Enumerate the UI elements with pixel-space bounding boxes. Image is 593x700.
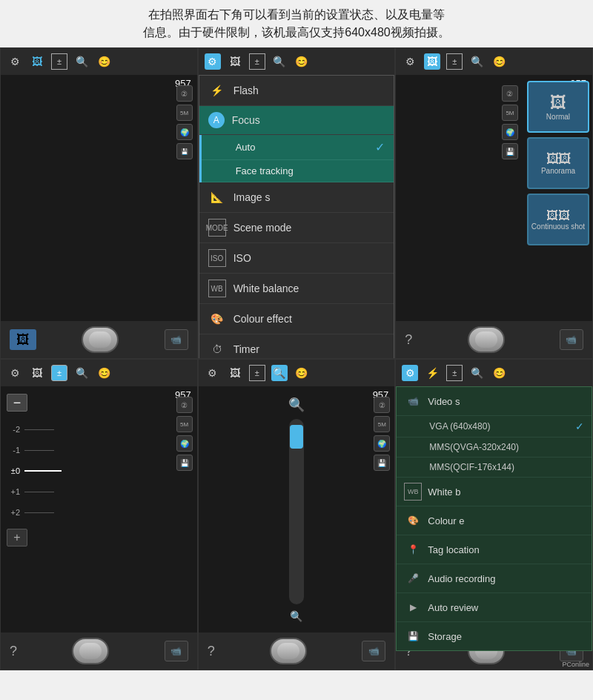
help-icon3[interactable]: ? (405, 332, 412, 348)
zoom-slider-thumb[interactable] (290, 425, 303, 449)
settings-icon6[interactable]: ⚙ (402, 365, 418, 381)
add-icon[interactable]: + (7, 529, 27, 547)
face-icon[interactable]: 😊 (96, 53, 112, 70)
exp-row-plus1: +1 (7, 481, 62, 502)
thumbnail-preview[interactable]: 🖼 (10, 329, 36, 350)
image-size-item[interactable]: 📐 Image s (199, 182, 394, 213)
zoom-icon2[interactable]: 🔍 (271, 53, 288, 70)
panel4-toolbar: ⚙ 🖼 ± 🔍 😊 (1, 360, 197, 386)
exp-row-minus2: -2 (7, 419, 62, 440)
video-btn3[interactable]: 📹 (560, 329, 583, 350)
shutter-button[interactable] (82, 326, 119, 353)
focus-face-item[interactable]: Face tracking (202, 160, 394, 182)
zoom-icon[interactable]: 🔍 (73, 53, 90, 70)
zoom-icon6[interactable]: 🔍 (468, 365, 485, 381)
face-icon3[interactable]: 😊 (491, 53, 507, 70)
video-mode-button[interactable]: 📹 (165, 329, 188, 350)
image-icon3[interactable]: 🖼 (424, 53, 440, 70)
panorama-option[interactable]: 🖼🖼 Panorama (527, 137, 589, 189)
image-icon5[interactable]: 🖼 (227, 365, 243, 381)
zoom-out-icon[interactable]: 🔍 (290, 610, 302, 622)
continuous-option[interactable]: 🖼🖼 Continuous shot (527, 194, 589, 245)
auto-review-item[interactable]: ▶ Auto review (397, 593, 592, 622)
vga-check: ✓ (575, 420, 584, 432)
storage-item[interactable]: 💾 Storage (397, 622, 592, 650)
face-icon5[interactable]: 😊 (294, 365, 310, 381)
qvga-option[interactable]: MMS(QVGA-320x240) (397, 438, 592, 458)
white-balance-item[interactable]: WB White balance (199, 274, 394, 304)
exposure-icon6[interactable]: ± (446, 365, 463, 381)
focus-menu-item[interactable]: A Focus (199, 106, 394, 135)
iso-item[interactable]: ISO ISO (199, 243, 394, 274)
flash-status5: ② (374, 397, 390, 413)
face-icon2[interactable]: 😊 (294, 53, 310, 70)
timer-label: Timer (233, 343, 385, 355)
scene-icon: MODE (208, 219, 226, 237)
settings-icon3[interactable]: ⚙ (402, 53, 418, 70)
flash-menu-icon: ⚡ (208, 82, 226, 99)
image-icon[interactable]: 🖼 (29, 53, 45, 70)
help-icon5[interactable]: ? (208, 644, 215, 659)
zoom-control: 🔍 🔍 (288, 394, 305, 625)
scene-mode-item[interactable]: MODE Scene mode (199, 213, 394, 243)
timer-item[interactable]: ⏱ Timer (199, 334, 394, 359)
tag-location-icon: 📍 (404, 541, 422, 558)
shutter-btn5[interactable] (270, 638, 307, 664)
exposure-icon[interactable]: ± (51, 53, 67, 70)
qcif-option[interactable]: MMS(QCIF-176x144) (397, 458, 592, 478)
sd-status4: 💾 (176, 455, 193, 471)
image-icon4[interactable]: 🖼 (29, 365, 45, 381)
resolution-status: 5M (176, 105, 193, 121)
flash-menu-item[interactable]: ⚡ Flash (199, 76, 394, 106)
settings-icon-active[interactable]: ⚙ (205, 53, 221, 70)
normal-option[interactable]: 🖼 Normal (527, 81, 589, 133)
colour-effect-item[interactable]: 🎨 Colour effect (199, 304, 394, 334)
sd-status5: 💾 (374, 455, 390, 471)
vga-option[interactable]: VGA (640x480) ✓ (397, 416, 592, 438)
shutter-btn4[interactable] (72, 638, 109, 664)
panel3-bottom-bar: ? 📹 (396, 321, 592, 358)
settings-icon[interactable]: ⚙ (7, 53, 23, 70)
shutter-btn3[interactable] (468, 326, 505, 353)
exp-label-plus1: +1 (7, 487, 20, 496)
video-btn4[interactable]: 📹 (165, 641, 188, 661)
zoom-icon3[interactable]: 🔍 (468, 53, 485, 70)
shutter-inner5 (277, 643, 299, 659)
wb-menu-item[interactable]: WB White b (397, 478, 592, 506)
zoom-icon4[interactable]: 🔍 (73, 365, 90, 381)
audio-recording-item[interactable]: 🎤 Audio recording (397, 564, 592, 593)
exp-label-plus2: +2 (7, 508, 20, 517)
header-block: 在拍照界面右下角可以看到当前的设置状态、以及电量等 信息。由于硬件限制，该机最高… (0, 0, 593, 47)
panel6: ⚙ ⚡ ± 🔍 😊 📹 Video s VGA (640x480) ✓ MMS(… (395, 359, 593, 670)
zoom-in-icon[interactable]: 🔍 (288, 397, 305, 413)
colour-icon: 🎨 (208, 310, 226, 328)
geo-status: 🌍 (176, 124, 193, 140)
face-icon6[interactable]: 😊 (491, 365, 507, 381)
flash-label: Flash (233, 85, 385, 96)
zoom-icon-active[interactable]: 🔍 (271, 365, 288, 381)
focus-auto-item[interactable]: Auto ✓ (202, 135, 394, 160)
settings-icon5[interactable]: ⚙ (205, 365, 221, 381)
exposure-icon3[interactable]: ± (446, 53, 463, 70)
colour-menu-item[interactable]: 🎨 Colour e (397, 506, 592, 535)
geo-status4: 🌍 (176, 435, 193, 452)
image-icon2[interactable]: 🖼 (227, 53, 243, 70)
zoom-slider-track[interactable] (289, 419, 304, 604)
shutter-inner (89, 331, 111, 348)
res-status5: 5M (374, 416, 390, 432)
settings-icon4[interactable]: ⚙ (7, 365, 23, 381)
video-btn5[interactable]: 📹 (362, 641, 385, 661)
exposure-icon5[interactable]: ± (249, 365, 265, 381)
exposure-icon2[interactable]: ± (249, 53, 265, 70)
video-size-item[interactable]: 📹 Video s (397, 387, 592, 416)
wb-icon: WB (208, 280, 226, 297)
face-icon4[interactable]: 😊 (96, 365, 112, 381)
exposure-icon4[interactable]: ± (51, 365, 67, 381)
tag-location-item[interactable]: 📍 Tag location (397, 535, 592, 564)
exposure-scale: -2 -1 ±0 +1 +2 (7, 419, 62, 523)
help-icon4[interactable]: ? (10, 644, 17, 659)
exposure-minus-button[interactable]: − (7, 394, 27, 412)
right-icons4: ② 5M 🌍 💾 (176, 397, 193, 471)
focus-section: A Focus Auto ✓ Face tracking (199, 106, 394, 182)
flash-icon6[interactable]: ⚡ (424, 365, 440, 381)
